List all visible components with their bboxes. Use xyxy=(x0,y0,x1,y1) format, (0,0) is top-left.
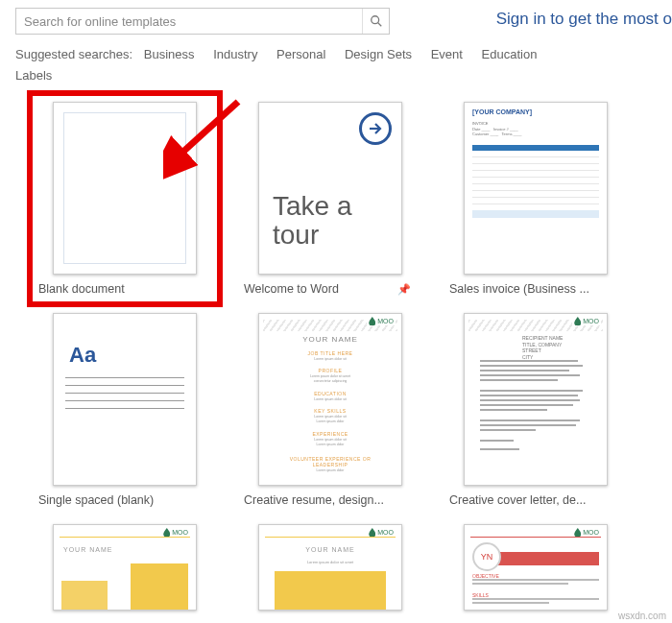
moo-logo-icon: MOO xyxy=(367,528,396,537)
template-resume-yellow-1[interactable]: MOO YOUR NAME xyxy=(38,524,211,611)
template-caption: Creative cover letter, de... xyxy=(449,493,586,507)
suggested-item-personal[interactable]: Personal xyxy=(276,47,325,61)
template-single-spaced[interactable]: Aa Single spaced (blank) xyxy=(38,313,211,507)
moo-logo-icon: MOO xyxy=(161,528,190,537)
suggested-item-design-sets[interactable]: Design Sets xyxy=(345,47,412,61)
template-thumb: Take a tour xyxy=(258,102,402,275)
template-thumb: [YOUR COMPANY] INVOICEDate ____ Invoice … xyxy=(464,102,608,275)
template-resume-yellow-2[interactable]: MOO YOUR NAME Lorem ipsum dolor sit amet xyxy=(244,524,417,611)
suggested-item-labels[interactable]: Labels xyxy=(15,68,52,83)
template-welcome-to-word[interactable]: Take a tour Welcome to Word 📌 xyxy=(244,102,417,296)
svg-point-1 xyxy=(371,16,378,24)
pin-icon[interactable]: 📌 xyxy=(397,283,411,296)
suggested-item-business[interactable]: Business xyxy=(144,47,195,61)
template-thumb: MOO YN OBJECTIVE SKILLS xyxy=(464,524,608,611)
template-thumb: MOO YOUR NAME JOB TITLE HERELorem ipsum … xyxy=(258,313,402,486)
template-creative-resume[interactable]: MOO YOUR NAME JOB TITLE HERELorem ipsum … xyxy=(244,313,417,507)
template-thumb: MOO RECIPIENT NAMETITLE, COMPANYSTREETCI… xyxy=(464,313,608,486)
template-sales-invoice[interactable]: [YOUR COMPANY] INVOICEDate ____ Invoice … xyxy=(449,102,622,296)
watermark: wsxdn.com xyxy=(618,611,666,621)
template-gallery: Blank document Take a tour Welcome to Wo… xyxy=(0,86,672,611)
template-caption: Sales invoice (Business ... xyxy=(449,282,589,296)
template-caption: Blank document xyxy=(38,282,125,296)
suggested-item-event[interactable]: Event xyxy=(431,47,463,61)
template-thumb: Aa xyxy=(53,313,197,486)
search-input[interactable] xyxy=(16,11,362,33)
template-caption: Welcome to Word xyxy=(244,282,339,296)
search-box[interactable] xyxy=(15,8,390,35)
search-icon xyxy=(370,14,383,28)
template-caption: Single spaced (blank) xyxy=(38,493,154,507)
template-thumb: MOO YOUR NAME Lorem ipsum dolor sit amet xyxy=(258,524,402,611)
moo-logo-icon: MOO xyxy=(572,317,601,325)
tour-text: Take a tour xyxy=(273,192,401,249)
moo-logo-icon: MOO xyxy=(572,528,601,537)
template-thumb xyxy=(53,102,197,275)
template-resume-red[interactable]: MOO YN OBJECTIVE SKILLS xyxy=(449,524,622,611)
sign-in-link[interactable]: Sign in to get the most o xyxy=(496,10,672,29)
suggested-item-education[interactable]: Education xyxy=(482,47,538,61)
avatar-initials: YN xyxy=(472,542,501,571)
search-button[interactable] xyxy=(362,9,389,34)
suggested-searches: Suggested searches: Business Industry Pe… xyxy=(0,35,672,86)
template-caption: Creative resume, design... xyxy=(244,493,384,507)
arrow-right-icon xyxy=(359,112,392,145)
moo-logo-icon: MOO xyxy=(367,317,396,325)
template-thumb: MOO YOUR NAME xyxy=(53,524,197,611)
svg-line-2 xyxy=(377,23,381,27)
template-creative-cover-letter[interactable]: MOO RECIPIENT NAMETITLE, COMPANYSTREETCI… xyxy=(449,313,622,507)
suggested-item-industry[interactable]: Industry xyxy=(213,47,257,61)
template-blank-document[interactable]: Blank document xyxy=(27,90,223,307)
suggested-label: Suggested searches: xyxy=(15,47,132,61)
